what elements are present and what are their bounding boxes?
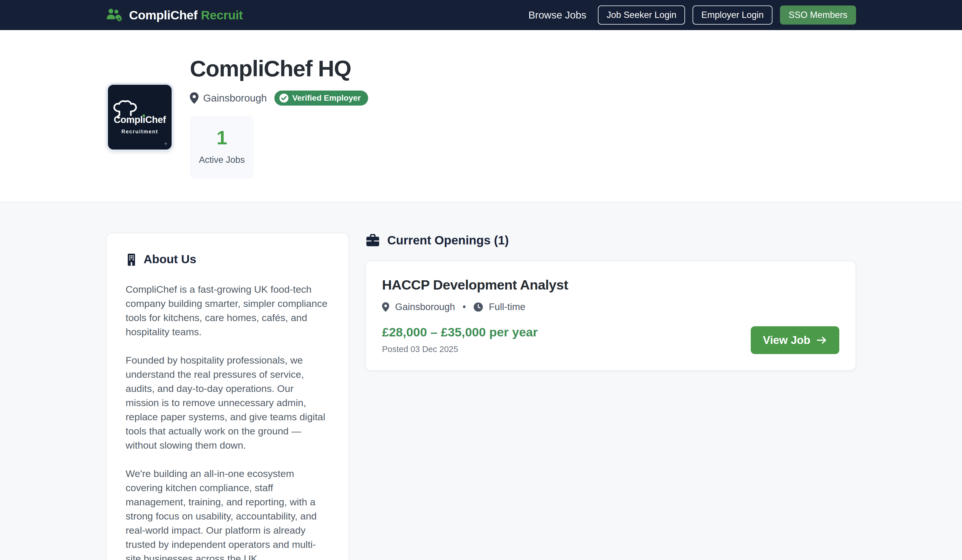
company-header-section: CompliChef Recruitment ✦ CompliChef HQ G… <box>0 30 962 202</box>
brand-name: CompliChefRecruit <box>129 8 243 22</box>
job-salary: £28,000 – £35,000 per year <box>382 325 568 339</box>
location-pin-icon <box>190 92 199 104</box>
verified-employer-badge: Verified Employer <box>274 90 368 106</box>
meta-separator: • <box>462 301 466 312</box>
job-type: Full-time <box>489 301 526 312</box>
company-name: CompliChef HQ <box>190 56 368 82</box>
active-jobs-label: Active Jobs <box>199 155 245 165</box>
briefcase-icon <box>366 234 380 247</box>
active-jobs-count: 1 <box>216 128 227 147</box>
logo-wordmark-b: Chef <box>145 114 166 125</box>
logo-wordmark-i: i <box>143 114 145 125</box>
about-us-text: CompliChef is a fast-growing UK food-tec… <box>126 282 329 560</box>
job-posted-date: Posted 03 Dec 2025 <box>382 344 568 354</box>
about-paragraph: CompliChef is a fast-growing UK food-tec… <box>126 282 329 339</box>
navbar: CompliChefRecruit Browse Jobs Job Seeker… <box>0 0 962 30</box>
clock-icon <box>473 302 483 312</box>
logo-tagline: Recruitment <box>121 129 158 135</box>
users-gear-icon <box>106 8 123 22</box>
company-logo: CompliChef Recruitment ✦ <box>106 83 174 151</box>
current-openings-title: Current Openings (1) <box>387 233 509 247</box>
nav-actions: Browse Jobs Job Seeker Login Employer Lo… <box>528 5 856 24</box>
about-us-title: About Us <box>144 253 196 266</box>
logo-wordmark-a: Compl <box>114 114 143 125</box>
brand-logo[interactable]: CompliChefRecruit <box>106 8 243 22</box>
active-jobs-stat: 1 Active Jobs <box>190 116 254 179</box>
about-us-card: About Us CompliChef is a fast-growing UK… <box>106 233 349 560</box>
arrow-right-icon <box>816 336 827 345</box>
main-content: About Us CompliChef is a fast-growing UK… <box>0 202 962 560</box>
sso-members-button[interactable]: SSO Members <box>780 5 856 24</box>
job-seeker-login-button[interactable]: Job Seeker Login <box>598 5 685 24</box>
location-pin-icon <box>382 302 389 312</box>
employer-login-button[interactable]: Employer Login <box>692 5 772 24</box>
verified-employer-label: Verified Employer <box>292 93 361 103</box>
view-job-label: View Job <box>763 334 810 346</box>
job-title: HACCP Development Analyst <box>382 277 568 293</box>
brand-name-first: CompliChef <box>129 8 197 22</box>
check-circle-icon <box>279 93 289 103</box>
logo-wordmark: CompliChef <box>114 114 166 125</box>
sparkle-icon: ✦ <box>163 140 168 147</box>
view-job-button[interactable]: View Job <box>751 326 839 354</box>
brand-name-second: Recruit <box>201 8 243 22</box>
job-location: Gainsborough <box>395 301 455 312</box>
nav-browse-jobs[interactable]: Browse Jobs <box>528 9 586 21</box>
company-location: Gainsborough <box>203 92 267 104</box>
about-paragraph: Founded by hospitality professionals, we… <box>126 353 329 452</box>
building-icon <box>126 253 137 266</box>
about-paragraph: We're building an all-in-one ecosystem c… <box>126 467 329 560</box>
job-card: HACCP Development Analyst Gainsborough • <box>365 261 856 371</box>
